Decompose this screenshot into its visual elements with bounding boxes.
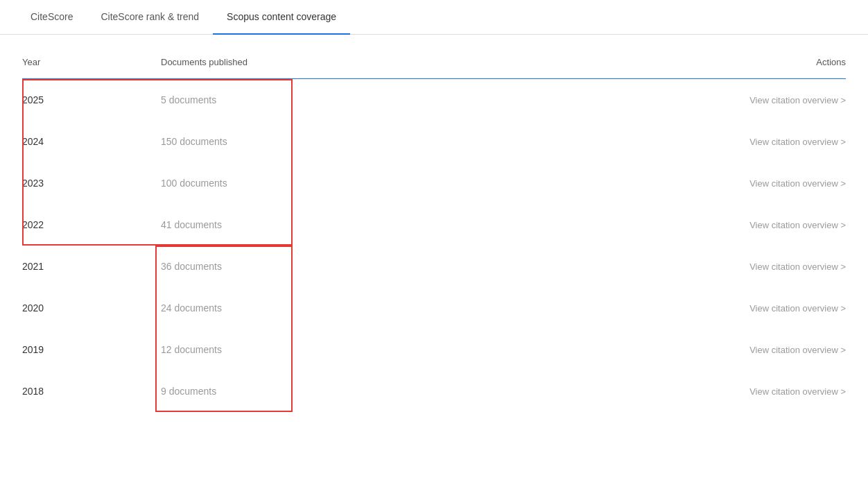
table-row: 2019 12 documents View citation overview… (22, 329, 846, 370)
view-citation-link[interactable]: View citation overview > (577, 178, 846, 189)
year-cell: 2024 (22, 136, 161, 147)
year-cell: 2020 (22, 302, 161, 314)
year-cell: 2021 (22, 261, 161, 272)
docs-cell: 24 documents (161, 302, 577, 314)
docs-cell: 9 documents (161, 386, 577, 397)
year-cell: 2025 (22, 94, 161, 105)
view-citation-link[interactable]: View citation overview > (577, 386, 846, 397)
table-body: 2025 5 documents View citation overview … (22, 79, 846, 412)
table-row: 2024 150 documents View citation overvie… (22, 121, 846, 162)
table-row: 2022 41 documents View citation overview… (22, 204, 846, 246)
table-row: 2025 5 documents View citation overview … (22, 79, 846, 121)
docs-cell: 150 documents (161, 136, 577, 147)
table-container: Year Documents published Actions 2025 5 … (0, 35, 868, 429)
tab-citescore-rank[interactable]: CiteScore rank & trend (87, 0, 213, 35)
year-cell: 2023 (22, 178, 161, 189)
view-citation-link[interactable]: View citation overview > (577, 262, 846, 272)
header-actions: Actions (577, 57, 846, 67)
table-header: Year Documents published Actions (22, 51, 846, 73)
tab-scopus-coverage[interactable]: Scopus content coverage (213, 0, 350, 35)
view-citation-link[interactable]: View citation overview > (577, 137, 846, 147)
year-cell: 2018 (22, 386, 161, 397)
table-row: 2020 24 documents View citation overview… (22, 287, 846, 329)
year-cell: 2022 (22, 219, 161, 230)
view-citation-link[interactable]: View citation overview > (577, 220, 846, 230)
view-citation-link[interactable]: View citation overview > (577, 95, 846, 105)
table-row: 2018 9 documents View citation overview … (22, 370, 846, 412)
docs-cell: 41 documents (161, 219, 577, 230)
docs-cell: 36 documents (161, 261, 577, 272)
docs-cell: 5 documents (161, 94, 577, 105)
docs-cell: 12 documents (161, 344, 577, 355)
table-row: 2023 100 documents View citation overvie… (22, 162, 846, 204)
tab-citescore[interactable]: CiteScore (17, 0, 87, 35)
year-cell: 2019 (22, 344, 161, 355)
view-citation-link[interactable]: View citation overview > (577, 303, 846, 314)
header-documents: Documents published (161, 57, 577, 67)
view-citation-link[interactable]: View citation overview > (577, 345, 846, 355)
table-row: 2021 36 documents View citation overview… (22, 246, 846, 287)
docs-cell: 100 documents (161, 178, 577, 189)
tabs-container: CiteScore CiteScore rank & trend Scopus … (0, 0, 868, 35)
header-year: Year (22, 57, 161, 67)
